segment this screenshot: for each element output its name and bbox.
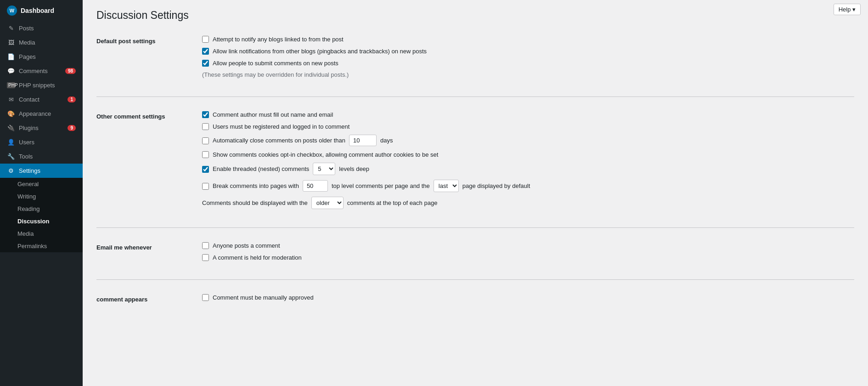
other-comment-settings-label: Other comment settings (96, 106, 202, 218)
checkbox-link-notifications[interactable] (202, 48, 209, 55)
checkbox-row-auto-close: Automatically close comments on posts ol… (202, 135, 854, 146)
submenu-item-general[interactable]: General (0, 178, 83, 190)
threaded-depth-select[interactable]: 2345678910 (313, 163, 335, 175)
contact-icon: ✉ (7, 96, 15, 103)
dashboard-label: Dashboard (21, 7, 54, 14)
sidebar: W Dashboard ✎ Posts 🖼 Media 📄 Pages 💬 Co… (0, 0, 83, 386)
checkbox-comment-moderation[interactable] (202, 254, 209, 261)
help-button[interactable]: Help ▾ (834, 4, 861, 15)
checkbox-row-author-name: Comment author must fill out name and em… (202, 111, 854, 118)
active-indicator (81, 164, 83, 178)
plugins-badge: 9 (68, 125, 76, 131)
sidebar-item-plugins[interactable]: 🔌 Plugins 9 (0, 121, 83, 135)
break-label-after: page displayed by default (462, 182, 530, 189)
sidebar-item-appearance[interactable]: 🎨 Appearance (0, 107, 83, 121)
checkbox-row-link-notifications: Allow link notifications from other blog… (202, 47, 854, 55)
email-whenever-label: Email me whenever (96, 237, 202, 270)
submenu-item-media[interactable]: Media (0, 227, 83, 240)
checkbox-row-notify: Attempt to notify any blogs linked to fr… (202, 35, 854, 43)
checkbox-threaded-comments[interactable] (202, 166, 209, 173)
sidebar-item-settings[interactable]: ⚙ Settings (0, 164, 83, 178)
sidebar-item-pages[interactable]: 📄 Pages (0, 50, 83, 64)
media-icon: 🖼 (7, 39, 15, 46)
appearance-icon: 🎨 (7, 110, 15, 117)
checkbox-row-break-comments: Break comments into pages with top level… (202, 180, 854, 192)
checkbox-anyone-posts-label: Anyone posts a comment (213, 242, 280, 249)
sidebar-item-label: Posts (19, 25, 34, 32)
dashboard-link[interactable]: W Dashboard (0, 0, 83, 21)
sidebar-item-tools[interactable]: 🔧 Tools (0, 149, 83, 164)
checkbox-allow-comments[interactable] (202, 60, 209, 67)
sidebar-item-label: Settings (19, 167, 40, 174)
checkbox-manually-approved-label: Comment must be manually approved (213, 294, 314, 301)
comments-display-label-before: Comments should be displayed with the (202, 199, 308, 206)
sidebar-item-label: Tools (19, 153, 33, 160)
submenu-item-reading[interactable]: Reading (0, 203, 83, 215)
other-comment-settings-section: Other comment settings Comment author mu… (96, 106, 854, 218)
sidebar-item-posts[interactable]: ✎ Posts (0, 21, 83, 35)
checkbox-row-anyone-posts: Anyone posts a comment (202, 242, 854, 249)
posts-icon: ✎ (7, 25, 15, 32)
checkbox-link-notifications-label: Allow link notifications from other blog… (213, 48, 427, 55)
checkbox-break-label-before: Break comments into pages with (213, 182, 299, 189)
sidebar-item-media[interactable]: 🖼 Media (0, 35, 83, 50)
sidebar-item-php-snippets[interactable]: PHP PHP snippets (0, 78, 83, 92)
threaded-label-after: levels deep (339, 165, 369, 172)
break-label-middle: top level comments per page and the (332, 182, 430, 189)
main-content: Help ▾ Discussion Settings Default post … (83, 0, 868, 386)
sidebar-item-label: Users (19, 139, 34, 146)
default-post-settings-help: (These settings may be overridden for in… (202, 71, 854, 78)
sidebar-item-label: Pages (19, 53, 36, 60)
checkbox-author-fill-name-label: Comment author must fill out name and em… (213, 111, 333, 118)
section-divider-1 (96, 96, 854, 97)
default-post-settings-label: Default post settings (96, 31, 202, 87)
checkbox-auto-close[interactable] (202, 137, 209, 144)
break-page-select[interactable]: firstlast (434, 180, 459, 192)
users-icon: 👤 (7, 139, 15, 146)
pages-icon: 📄 (7, 53, 15, 60)
checkbox-registered-only-label: Users must be registered and logged in t… (213, 123, 349, 130)
checkbox-author-fill-name[interactable] (202, 111, 209, 118)
checkbox-manually-approved[interactable] (202, 294, 209, 301)
checkbox-threaded-label-before: Enable threaded (nested) comments (213, 165, 309, 172)
break-comments-input[interactable] (303, 180, 328, 192)
comments-display-label-after: comments at the top of each page (347, 199, 438, 206)
submenu-item-permalinks[interactable]: Permalinks (0, 240, 83, 252)
checkbox-row-cookies: Show comments cookies opt-in checkbox, a… (202, 151, 854, 158)
comment-appears-label: comment appears (96, 289, 202, 310)
comments-icon: 💬 (7, 68, 15, 74)
checkbox-notify-blogs[interactable] (202, 36, 209, 43)
sidebar-item-label: Comments (19, 68, 48, 74)
checkbox-row-registered-only: Users must be registered and logged in t… (202, 123, 854, 130)
other-comment-settings-content: Comment author must fill out name and em… (202, 106, 854, 218)
auto-close-days-label: days (380, 137, 393, 144)
sidebar-item-label: Media (19, 39, 35, 46)
sidebar-item-label: Appearance (19, 110, 51, 117)
contact-badge: 1 (68, 96, 76, 102)
submenu-item-writing[interactable]: Writing (0, 190, 83, 203)
checkbox-row-allow-comments: Allow people to submit comments on new p… (202, 59, 854, 67)
plugins-icon: 🔌 (7, 125, 15, 131)
checkbox-row-comments-display: Comments should be displayed with the ne… (202, 197, 854, 209)
comment-appears-section: comment appears Comment must be manually… (96, 289, 854, 310)
checkbox-notify-blogs-label: Attempt to notify any blogs linked to fr… (213, 36, 344, 43)
email-whenever-content: Anyone posts a comment A comment is held… (202, 237, 854, 270)
auto-close-days-input[interactable] (349, 135, 377, 146)
checkbox-allow-comments-label: Allow people to submit comments on new p… (213, 60, 338, 67)
checkbox-break-comments[interactable] (202, 183, 209, 190)
php-icon: PHP (7, 82, 15, 88)
checkbox-cookies-optin[interactable] (202, 151, 209, 158)
checkbox-anyone-posts[interactable] (202, 242, 209, 249)
sidebar-item-contact[interactable]: ✉ Contact 1 (0, 92, 83, 107)
comments-display-select[interactable]: newerolder (311, 197, 344, 209)
checkbox-auto-close-label-before: Automatically close comments on posts ol… (213, 137, 345, 144)
checkbox-registered-only[interactable] (202, 123, 209, 130)
settings-submenu: General Writing Reading Discussion Media… (0, 178, 83, 252)
tools-icon: 🔧 (7, 153, 15, 160)
checkbox-row-held-moderation: A comment is held for moderation (202, 254, 854, 261)
sidebar-item-label: Contact (19, 96, 39, 103)
sidebar-item-users[interactable]: 👤 Users (0, 135, 83, 149)
sidebar-item-comments[interactable]: 💬 Comments 98 (0, 64, 83, 78)
submenu-item-discussion[interactable]: Discussion (0, 215, 83, 227)
section-divider-3 (96, 279, 854, 280)
